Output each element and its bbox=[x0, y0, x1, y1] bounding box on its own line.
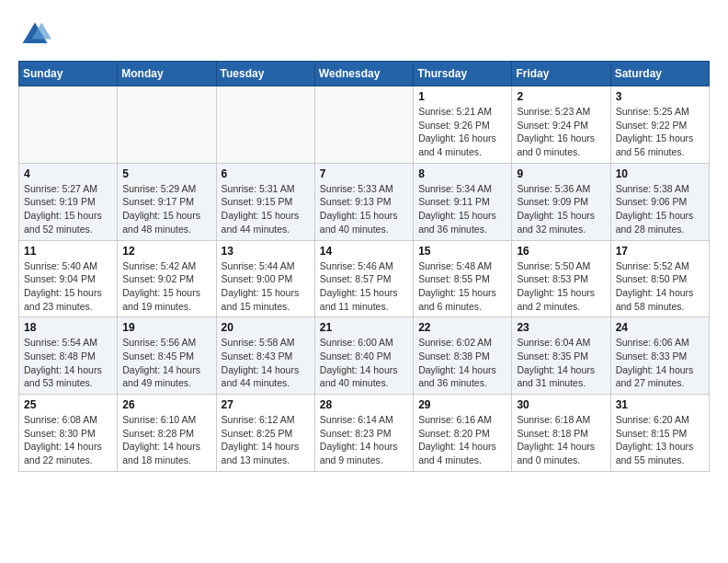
calendar-week-row: 11Sunrise: 5:40 AM Sunset: 9:04 PM Dayli… bbox=[19, 240, 710, 317]
day-info: Sunrise: 5:31 AM Sunset: 9:15 PM Dayligh… bbox=[222, 182, 310, 236]
calendar-cell: 23Sunrise: 6:04 AM Sunset: 8:35 PM Dayli… bbox=[512, 317, 610, 395]
calendar-cell: 13Sunrise: 5:44 AM Sunset: 9:00 PM Dayli… bbox=[216, 240, 314, 317]
calendar-cell: 4Sunrise: 5:27 AM Sunset: 9:19 PM Daylig… bbox=[19, 163, 118, 240]
day-info: Sunrise: 5:48 AM Sunset: 8:55 PM Dayligh… bbox=[418, 259, 506, 314]
day-number: 29 bbox=[418, 398, 506, 411]
calendar-cell: 20Sunrise: 5:58 AM Sunset: 8:43 PM Dayli… bbox=[216, 317, 314, 395]
calendar-week-row: 4Sunrise: 5:27 AM Sunset: 9:19 PM Daylig… bbox=[19, 163, 710, 240]
calendar-cell: 18Sunrise: 5:54 AM Sunset: 8:48 PM Dayli… bbox=[19, 317, 118, 395]
day-number: 22 bbox=[418, 321, 506, 334]
day-number: 18 bbox=[24, 321, 112, 334]
day-info: Sunrise: 5:52 AM Sunset: 8:50 PM Dayligh… bbox=[616, 259, 704, 314]
calendar-cell: 25Sunrise: 6:08 AM Sunset: 8:30 PM Dayli… bbox=[19, 395, 118, 472]
calendar-cell: 19Sunrise: 5:56 AM Sunset: 8:45 PM Dayli… bbox=[118, 317, 216, 395]
calendar-cell: 27Sunrise: 6:12 AM Sunset: 8:25 PM Dayli… bbox=[216, 395, 314, 472]
logo-icon bbox=[18, 18, 51, 52]
day-info: Sunrise: 6:00 AM Sunset: 8:40 PM Dayligh… bbox=[320, 336, 408, 390]
day-number: 27 bbox=[222, 398, 310, 411]
calendar-cell: 17Sunrise: 5:52 AM Sunset: 8:50 PM Dayli… bbox=[610, 240, 709, 317]
calendar-cell: 8Sunrise: 5:34 AM Sunset: 9:11 PM Daylig… bbox=[414, 163, 512, 240]
calendar-cell: 3Sunrise: 5:25 AM Sunset: 9:22 PM Daylig… bbox=[610, 86, 709, 164]
weekday-header-tuesday: Tuesday bbox=[216, 62, 314, 86]
day-info: Sunrise: 5:40 AM Sunset: 9:04 PM Dayligh… bbox=[24, 259, 112, 314]
day-info: Sunrise: 6:02 AM Sunset: 8:38 PM Dayligh… bbox=[418, 336, 506, 390]
weekday-header-monday: Monday bbox=[118, 62, 216, 86]
day-number: 10 bbox=[616, 167, 704, 180]
logo bbox=[18, 18, 55, 52]
day-number: 4 bbox=[24, 167, 112, 180]
day-number: 1 bbox=[418, 90, 506, 103]
day-number: 21 bbox=[320, 321, 408, 334]
calendar-week-row: 25Sunrise: 6:08 AM Sunset: 8:30 PM Dayli… bbox=[19, 395, 710, 472]
calendar-cell: 2Sunrise: 5:23 AM Sunset: 9:24 PM Daylig… bbox=[512, 86, 610, 164]
day-info: Sunrise: 5:33 AM Sunset: 9:13 PM Dayligh… bbox=[320, 182, 408, 236]
day-info: Sunrise: 5:27 AM Sunset: 9:19 PM Dayligh… bbox=[24, 182, 112, 236]
calendar-cell: 24Sunrise: 6:06 AM Sunset: 8:33 PM Dayli… bbox=[610, 317, 709, 395]
day-number: 15 bbox=[418, 245, 506, 258]
day-number: 2 bbox=[517, 90, 605, 103]
calendar-cell: 22Sunrise: 6:02 AM Sunset: 8:38 PM Dayli… bbox=[414, 317, 512, 395]
day-number: 25 bbox=[24, 398, 112, 411]
calendar-cell: 7Sunrise: 5:33 AM Sunset: 9:13 PM Daylig… bbox=[314, 163, 413, 240]
day-number: 11 bbox=[24, 245, 112, 258]
weekday-header-friday: Friday bbox=[512, 62, 610, 86]
day-info: Sunrise: 6:12 AM Sunset: 8:25 PM Dayligh… bbox=[222, 413, 310, 467]
weekday-header-sunday: Sunday bbox=[19, 62, 118, 86]
day-info: Sunrise: 6:06 AM Sunset: 8:33 PM Dayligh… bbox=[616, 336, 704, 390]
calendar-cell: 6Sunrise: 5:31 AM Sunset: 9:15 PM Daylig… bbox=[216, 163, 314, 240]
day-number: 6 bbox=[222, 167, 310, 180]
calendar-cell: 29Sunrise: 6:16 AM Sunset: 8:20 PM Dayli… bbox=[414, 395, 512, 472]
calendar-cell: 9Sunrise: 5:36 AM Sunset: 9:09 PM Daylig… bbox=[512, 163, 610, 240]
weekday-header-row: SundayMondayTuesdayWednesdayThursdayFrid… bbox=[19, 62, 710, 86]
calendar-cell: 12Sunrise: 5:42 AM Sunset: 9:02 PM Dayli… bbox=[118, 240, 216, 317]
calendar-cell bbox=[118, 86, 216, 164]
calendar-week-row: 1Sunrise: 5:21 AM Sunset: 9:26 PM Daylig… bbox=[19, 86, 710, 164]
day-info: Sunrise: 6:10 AM Sunset: 8:28 PM Dayligh… bbox=[122, 413, 210, 467]
day-info: Sunrise: 5:42 AM Sunset: 9:02 PM Dayligh… bbox=[122, 259, 210, 314]
day-number: 30 bbox=[517, 398, 605, 411]
day-info: Sunrise: 6:18 AM Sunset: 8:18 PM Dayligh… bbox=[517, 413, 605, 467]
calendar-cell: 30Sunrise: 6:18 AM Sunset: 8:18 PM Dayli… bbox=[512, 395, 610, 472]
calendar-cell: 1Sunrise: 5:21 AM Sunset: 9:26 PM Daylig… bbox=[414, 86, 512, 164]
day-info: Sunrise: 5:54 AM Sunset: 8:48 PM Dayligh… bbox=[24, 336, 112, 390]
day-number: 16 bbox=[517, 245, 605, 258]
day-number: 19 bbox=[122, 321, 210, 334]
day-info: Sunrise: 5:23 AM Sunset: 9:24 PM Dayligh… bbox=[517, 105, 605, 159]
weekday-header-saturday: Saturday bbox=[610, 62, 709, 86]
day-number: 13 bbox=[222, 245, 310, 258]
day-number: 5 bbox=[122, 167, 210, 180]
day-info: Sunrise: 5:56 AM Sunset: 8:45 PM Dayligh… bbox=[122, 336, 210, 390]
page-header bbox=[18, 18, 710, 52]
calendar-cell bbox=[19, 86, 118, 164]
day-info: Sunrise: 5:38 AM Sunset: 9:06 PM Dayligh… bbox=[616, 182, 704, 236]
day-number: 3 bbox=[616, 90, 704, 103]
day-number: 26 bbox=[122, 398, 210, 411]
calendar-cell: 28Sunrise: 6:14 AM Sunset: 8:23 PM Dayli… bbox=[314, 395, 413, 472]
day-info: Sunrise: 6:08 AM Sunset: 8:30 PM Dayligh… bbox=[24, 413, 112, 467]
calendar-cell: 14Sunrise: 5:46 AM Sunset: 8:57 PM Dayli… bbox=[314, 240, 413, 317]
day-info: Sunrise: 6:04 AM Sunset: 8:35 PM Dayligh… bbox=[517, 336, 605, 390]
calendar-table: SundayMondayTuesdayWednesdayThursdayFrid… bbox=[18, 61, 710, 472]
day-info: Sunrise: 5:25 AM Sunset: 9:22 PM Dayligh… bbox=[616, 105, 704, 159]
day-info: Sunrise: 6:14 AM Sunset: 8:23 PM Dayligh… bbox=[320, 413, 408, 467]
day-number: 17 bbox=[616, 245, 704, 258]
day-info: Sunrise: 6:20 AM Sunset: 8:15 PM Dayligh… bbox=[616, 413, 704, 467]
day-number: 14 bbox=[320, 245, 408, 258]
day-info: Sunrise: 5:36 AM Sunset: 9:09 PM Dayligh… bbox=[517, 182, 605, 236]
day-info: Sunrise: 6:16 AM Sunset: 8:20 PM Dayligh… bbox=[418, 413, 506, 467]
calendar-cell: 10Sunrise: 5:38 AM Sunset: 9:06 PM Dayli… bbox=[610, 163, 709, 240]
calendar-cell: 5Sunrise: 5:29 AM Sunset: 9:17 PM Daylig… bbox=[118, 163, 216, 240]
calendar-cell: 21Sunrise: 6:00 AM Sunset: 8:40 PM Dayli… bbox=[314, 317, 413, 395]
day-number: 8 bbox=[418, 167, 506, 180]
day-number: 12 bbox=[122, 245, 210, 258]
day-info: Sunrise: 5:46 AM Sunset: 8:57 PM Dayligh… bbox=[320, 259, 408, 314]
calendar-cell: 15Sunrise: 5:48 AM Sunset: 8:55 PM Dayli… bbox=[414, 240, 512, 317]
calendar-cell: 31Sunrise: 6:20 AM Sunset: 8:15 PM Dayli… bbox=[610, 395, 709, 472]
calendar-cell bbox=[216, 86, 314, 164]
day-number: 28 bbox=[320, 398, 408, 411]
day-number: 24 bbox=[616, 321, 704, 334]
calendar-cell: 11Sunrise: 5:40 AM Sunset: 9:04 PM Dayli… bbox=[19, 240, 118, 317]
day-number: 20 bbox=[222, 321, 310, 334]
calendar-cell: 26Sunrise: 6:10 AM Sunset: 8:28 PM Dayli… bbox=[118, 395, 216, 472]
day-number: 31 bbox=[616, 398, 704, 411]
